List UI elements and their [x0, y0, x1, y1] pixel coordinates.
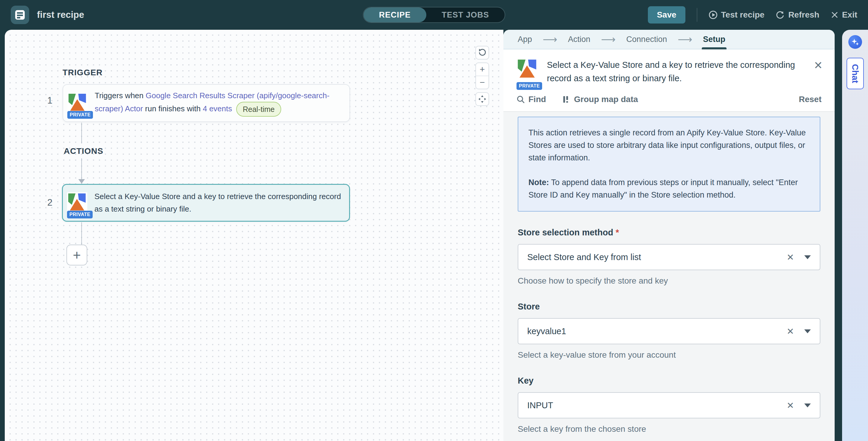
description-paragraph: This action retrieves a single record fr… — [528, 127, 810, 164]
action-description-box: This action retrieves a single record fr… — [518, 117, 820, 211]
top-bar: first recipe RECIPE TEST JOBS Save Test … — [0, 0, 868, 30]
select-value: Select Store and Key from list — [527, 252, 787, 262]
chevron-down-icon[interactable] — [804, 330, 811, 333]
action-node-selected[interactable]: PRIVATE Select a Key-Value Store and a k… — [62, 184, 350, 222]
sparkles-icon — [851, 38, 859, 46]
rotate-ccw-icon — [478, 48, 487, 57]
apify-icon — [517, 58, 538, 80]
apify-icon — [67, 93, 88, 113]
trigger-node[interactable]: PRIVATE Triggers when Google Search Resu… — [63, 84, 350, 122]
tab-test-jobs[interactable]: TEST JOBS — [426, 7, 505, 22]
field-store-selection-method: Store selection method* Select Store and… — [518, 228, 820, 286]
zoom-out-button[interactable]: − — [476, 76, 489, 89]
setup-panel: App ⟶ Action ⟶ Connection ⟶ Setup PRIVAT… — [503, 30, 835, 441]
app-logo[interactable] — [11, 6, 29, 24]
field-store: Store keyvalue1 ✕ Select a key-value sto… — [518, 302, 820, 360]
canvas-controls: + − — [475, 46, 489, 106]
private-badge: PRIVATE — [517, 82, 542, 90]
field-key: Key INPUT ✕ Select a key from the chosen… — [518, 376, 820, 434]
private-badge: PRIVATE — [67, 111, 93, 119]
chat-button[interactable]: Chat — [846, 58, 864, 89]
add-step-button[interactable]: + — [66, 245, 87, 265]
brand: first recipe — [11, 6, 84, 24]
arrow-right-icon: ⟶ — [601, 34, 616, 44]
find-button[interactable]: Find — [517, 95, 546, 104]
test-recipe-label: Test recipe — [721, 10, 765, 20]
search-icon — [517, 95, 525, 104]
panel-breadcrumb: App ⟶ Action ⟶ Connection ⟶ Setup — [503, 30, 835, 49]
trigger-section-label: TRIGGER — [63, 68, 103, 77]
save-button[interactable]: Save — [648, 6, 685, 24]
zoom-control: + − — [475, 63, 489, 89]
refresh-label: Refresh — [788, 10, 819, 20]
refresh-icon — [776, 10, 784, 19]
recipe-document-icon — [14, 9, 25, 20]
chevron-down-icon[interactable] — [804, 255, 811, 259]
store-select[interactable]: keyvalue1 ✕ — [518, 318, 820, 344]
breadcrumb-action[interactable]: Action — [568, 30, 590, 49]
breadcrumb-setup[interactable]: Setup — [703, 30, 725, 49]
field-helper: Select a key from the chosen store — [518, 424, 820, 434]
breadcrumb-connection[interactable]: Connection — [626, 30, 667, 49]
connector-line — [81, 158, 82, 180]
actions-section-label: ACTIONS — [64, 146, 103, 156]
realtime-badge: Real-time — [236, 102, 281, 117]
panel-appicon: PRIVATE — [517, 58, 538, 85]
panel-title-row: PRIVATE Select a Key-Value Store and a k… — [503, 49, 835, 93]
store-selection-method-select[interactable]: Select Store and Key from list ✕ — [518, 244, 820, 270]
breadcrumb-app[interactable]: App — [518, 30, 532, 49]
connector-line — [81, 222, 82, 245]
test-recipe-button[interactable]: Test recipe — [709, 10, 765, 20]
panel-toolbar: Find Group map data Reset — [503, 93, 835, 112]
chevron-down-icon[interactable] — [804, 404, 811, 407]
node-number-1: 1 — [40, 95, 53, 106]
clear-icon[interactable]: ✕ — [787, 400, 794, 411]
reset-button[interactable]: Reset — [799, 95, 822, 104]
action-node-appicon: PRIVATE — [67, 192, 87, 214]
apify-icon — [67, 192, 87, 212]
topbar-divider — [697, 8, 697, 22]
panel-close-button[interactable]: ✕ — [814, 59, 823, 72]
group-map-data-button[interactable]: Group map data — [563, 95, 638, 104]
chat-rail: Chat — [842, 30, 868, 441]
field-label: Store — [518, 302, 820, 311]
reset-view-button[interactable] — [475, 46, 489, 60]
group-columns-icon — [563, 95, 570, 104]
events-link[interactable]: 4 events — [203, 104, 232, 113]
panel-content: This action retrieves a single record fr… — [503, 112, 835, 441]
description-note: Note: To append data from previous steps… — [528, 176, 810, 201]
exit-button[interactable]: Exit — [831, 10, 857, 20]
select-value: INPUT — [527, 401, 787, 410]
field-label: Store selection method* — [518, 228, 820, 237]
arrow-right-icon: ⟶ — [543, 34, 557, 44]
ai-assistant-button[interactable] — [848, 35, 862, 49]
workflow-canvas[interactable]: + − TRIGGER 1 PRIVATE Triggers when — [5, 30, 503, 441]
tab-recipe[interactable]: RECIPE — [363, 7, 426, 22]
fit-view-button[interactable] — [475, 92, 489, 106]
page-title: first recipe — [37, 9, 84, 20]
required-asterisk: * — [616, 228, 619, 237]
panel-title: Select a Key-Value Store and a key to re… — [547, 58, 805, 85]
connector-arrowhead — [78, 179, 85, 183]
private-badge: PRIVATE — [67, 211, 93, 218]
fit-view-icon — [478, 95, 487, 103]
note-label: Note: — [528, 178, 549, 187]
play-circle-icon — [709, 10, 718, 19]
arrow-right-icon: ⟶ — [678, 34, 692, 44]
clear-icon[interactable]: ✕ — [787, 252, 794, 263]
key-select[interactable]: INPUT ✕ — [518, 392, 820, 418]
close-icon — [831, 11, 838, 19]
select-value: keyvalue1 — [527, 327, 787, 336]
field-helper: Select a key-value store from your accou… — [518, 350, 820, 360]
zoom-in-button[interactable]: + — [476, 63, 489, 76]
exit-label: Exit — [842, 10, 857, 20]
recipe-testjobs-toggle: RECIPE TEST JOBS — [363, 7, 505, 23]
clear-icon[interactable]: ✕ — [787, 326, 794, 337]
field-helper: Choose how to specify the store and key — [518, 276, 820, 286]
topbar-actions: Save Test recipe Refresh Exit — [648, 6, 857, 24]
note-text: To append data from previous steps or in… — [528, 178, 798, 199]
trigger-text-plain: Triggers when — [95, 91, 146, 100]
trigger-node-text: Triggers when Google Search Results Scra… — [95, 90, 342, 117]
refresh-button[interactable]: Refresh — [776, 10, 819, 20]
group-map-data-label: Group map data — [574, 95, 638, 104]
